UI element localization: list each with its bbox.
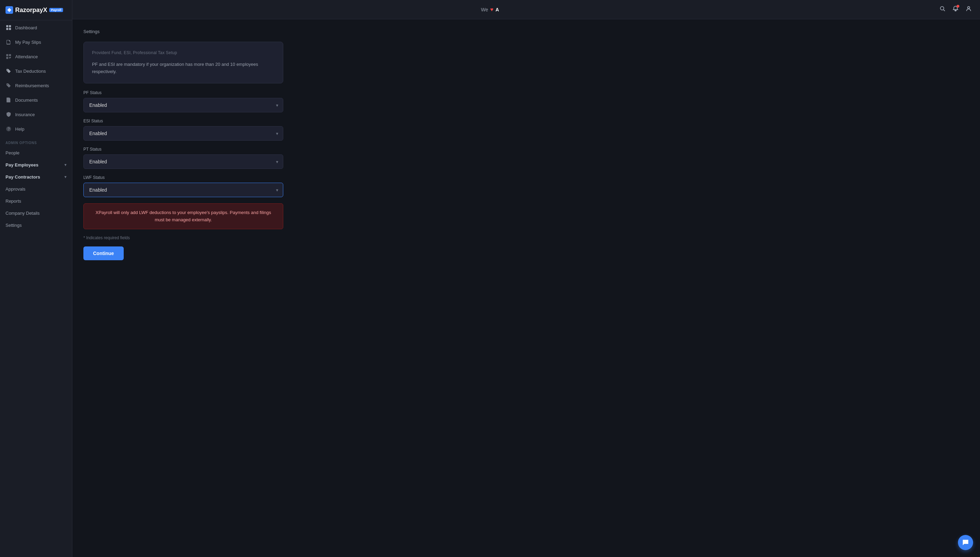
svg-text:?: ? bbox=[8, 127, 10, 131]
svg-rect-5 bbox=[6, 54, 8, 56]
sidebar-item-people[interactable]: People bbox=[0, 147, 72, 159]
sidebar-item-tax-deductions[interactable]: Tax Deductions bbox=[0, 64, 72, 78]
topbar-greeting-area: We ♥ A bbox=[481, 7, 499, 13]
sidebar-item-label: Insurance bbox=[15, 112, 35, 117]
pf-select-wrapper: Enabled Disabled ▾ bbox=[83, 98, 283, 112]
sidebar-item-dashboard[interactable]: Dashboard bbox=[0, 20, 72, 35]
shield-icon bbox=[5, 111, 12, 117]
pt-status-label: PT Status bbox=[83, 147, 283, 151]
logo-area: RazorpayX Payroll bbox=[0, 0, 72, 20]
heart-icon: ♥ bbox=[490, 7, 494, 13]
info-card: Provident Fund, ESI, Professional Tax Se… bbox=[83, 42, 283, 83]
topbar-username: A bbox=[496, 7, 499, 12]
sidebar-item-reimbursements[interactable]: Reimbursements bbox=[0, 78, 72, 93]
required-note: * Indicates required fields bbox=[83, 235, 969, 240]
svg-rect-3 bbox=[6, 28, 8, 30]
notification-icon[interactable] bbox=[952, 5, 959, 13]
sidebar-item-insurance[interactable]: Insurance bbox=[0, 107, 72, 122]
info-text: PF and ESI are mandatory if your organiz… bbox=[92, 61, 275, 75]
check-grid-icon bbox=[5, 54, 12, 60]
lwf-warning-card: XPayroll will only add LWF deductions to… bbox=[83, 204, 283, 230]
sidebar-item-label: Reports bbox=[5, 199, 21, 204]
sidebar-item-reports[interactable]: Reports bbox=[0, 195, 72, 207]
paper-icon bbox=[5, 39, 12, 45]
pt-status-select[interactable]: Enabled Disabled bbox=[83, 155, 283, 169]
esi-status-group: ESI Status Enabled Disabled ▾ bbox=[83, 119, 283, 141]
section-title: Provident Fund, ESI, Professional Tax Se… bbox=[92, 50, 275, 56]
sidebar-item-label: Approvals bbox=[5, 186, 26, 192]
topbar-right bbox=[939, 5, 972, 13]
chevron-down-icon: ▾ bbox=[65, 175, 67, 179]
pt-status-group: PT Status Enabled Disabled ▾ bbox=[83, 147, 283, 169]
logo-brand: RazorpayX bbox=[15, 7, 47, 14]
content-area: Settings Provident Fund, ESI, Profession… bbox=[72, 19, 980, 557]
chevron-down-icon: ▾ bbox=[65, 163, 67, 167]
esi-status-select[interactable]: Enabled Disabled bbox=[83, 126, 283, 141]
pt-select-wrapper: Enabled Disabled ▾ bbox=[83, 155, 283, 169]
sidebar-item-company-details[interactable]: Company Details bbox=[0, 207, 72, 219]
sidebar-item-pay-contractors[interactable]: Pay Contractors ▾ bbox=[0, 171, 72, 183]
sidebar-item-label: Company Details bbox=[5, 211, 40, 216]
sidebar-item-label: People bbox=[5, 150, 19, 155]
sidebar-item-label: Settings bbox=[5, 223, 22, 228]
sidebar-item-label: Pay Employees bbox=[5, 162, 38, 168]
lwf-status-label: LWF Status bbox=[83, 175, 283, 180]
sidebar-item-settings[interactable]: Settings bbox=[0, 219, 72, 231]
sidebar-item-label: Documents bbox=[15, 98, 38, 103]
svg-point-12 bbox=[968, 7, 970, 9]
sidebar: RazorpayX Payroll Dashboard My Pay Slips… bbox=[0, 0, 72, 557]
sidebar-item-help[interactable]: ? Help bbox=[0, 122, 72, 136]
continue-button[interactable]: Continue bbox=[83, 246, 124, 260]
breadcrumb: Settings bbox=[83, 29, 969, 34]
sidebar-item-label: Attendance bbox=[15, 54, 38, 59]
svg-rect-1 bbox=[6, 25, 8, 27]
lwf-status-group: LWF Status Enabled Disabled ▾ bbox=[83, 175, 283, 197]
tag-icon bbox=[5, 68, 12, 74]
question-icon: ? bbox=[5, 126, 12, 132]
sidebar-item-label: Tax Deductions bbox=[15, 68, 46, 74]
logo-product: Payroll bbox=[49, 8, 63, 12]
sidebar-item-label: Help bbox=[15, 127, 24, 132]
grid-icon bbox=[5, 24, 12, 31]
tag2-icon bbox=[5, 82, 12, 89]
topbar: We ♥ A bbox=[72, 0, 980, 19]
topbar-greeting: We bbox=[481, 7, 488, 12]
esi-status-label: ESI Status bbox=[83, 119, 283, 124]
sidebar-item-pay-employees[interactable]: Pay Employees ▾ bbox=[0, 159, 72, 171]
svg-point-10 bbox=[940, 7, 944, 10]
logo-icon bbox=[5, 6, 13, 14]
pf-status-group: PF Status Enabled Disabled ▾ bbox=[83, 90, 283, 112]
lwf-select-wrapper: Enabled Disabled ▾ bbox=[83, 183, 283, 197]
svg-rect-4 bbox=[9, 28, 11, 30]
svg-rect-7 bbox=[6, 57, 8, 59]
sidebar-item-documents[interactable]: Documents bbox=[0, 93, 72, 107]
sidebar-item-label: My Pay Slips bbox=[15, 40, 41, 45]
logo: RazorpayX Payroll bbox=[5, 6, 67, 14]
sidebar-item-attendance[interactable]: Attendance bbox=[0, 49, 72, 64]
sidebar-item-approvals[interactable]: Approvals bbox=[0, 183, 72, 195]
pf-status-select[interactable]: Enabled Disabled bbox=[83, 98, 283, 112]
user-icon[interactable] bbox=[965, 5, 972, 13]
sidebar-item-label: Pay Contractors bbox=[5, 174, 40, 179]
admin-options-label: ADMIN OPTIONS bbox=[0, 136, 72, 147]
search-icon[interactable] bbox=[939, 5, 946, 13]
svg-rect-2 bbox=[9, 25, 11, 27]
pf-status-label: PF Status bbox=[83, 90, 283, 95]
sidebar-item-label: Dashboard bbox=[15, 25, 37, 30]
svg-rect-6 bbox=[9, 54, 11, 56]
lwf-status-select[interactable]: Enabled Disabled bbox=[83, 183, 283, 197]
doc-icon bbox=[5, 97, 12, 103]
svg-line-11 bbox=[943, 10, 945, 11]
sidebar-item-label: Reimbursements bbox=[15, 83, 49, 88]
main-area: We ♥ A Settings Provident Fund, ESI, Pro… bbox=[72, 0, 980, 557]
esi-select-wrapper: Enabled Disabled ▾ bbox=[83, 126, 283, 141]
warning-text: XPayroll will only add LWF deductions to… bbox=[96, 210, 271, 222]
chat-bubble[interactable] bbox=[958, 535, 973, 550]
sidebar-item-my-pay-slips[interactable]: My Pay Slips bbox=[0, 35, 72, 49]
notification-badge bbox=[957, 5, 959, 8]
